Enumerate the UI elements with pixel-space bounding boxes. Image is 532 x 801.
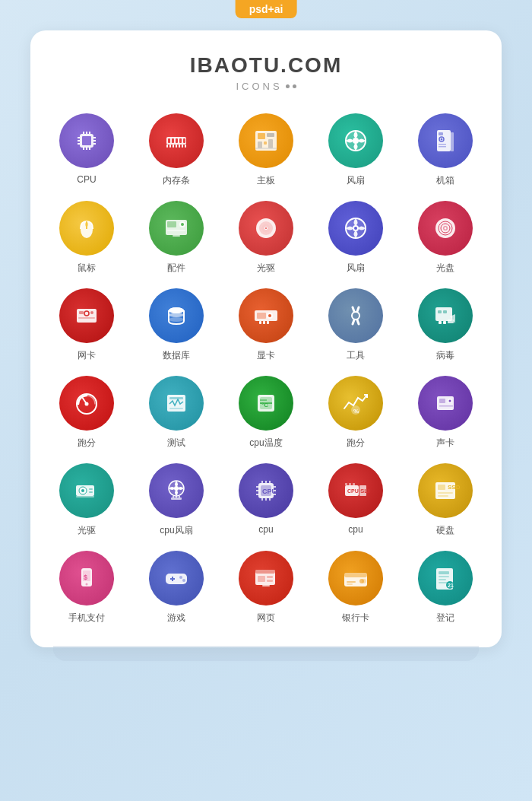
icon-circle-fan1 bbox=[328, 113, 383, 168]
icon-circle-cpufan bbox=[149, 463, 204, 518]
icon-label-soundcard: 声卡 bbox=[436, 437, 454, 450]
icon-label-cpu3: cpu bbox=[348, 524, 363, 535]
svg-rect-174 bbox=[439, 582, 448, 583]
icon-circle-game bbox=[149, 551, 204, 606]
svg-rect-80 bbox=[259, 321, 261, 324]
icon-label-fan1: 风扇 bbox=[347, 174, 365, 187]
icon-item-netcard: 网卡 bbox=[46, 288, 128, 362]
svg-rect-82 bbox=[267, 321, 269, 324]
svg-rect-16 bbox=[172, 138, 174, 143]
icon-circle-ssd: SSD bbox=[418, 463, 473, 518]
svg-rect-25 bbox=[182, 145, 183, 148]
svg-rect-171 bbox=[439, 571, 449, 574]
svg-rect-103 bbox=[437, 396, 454, 410]
svg-text:CPU: CPU bbox=[347, 488, 359, 494]
svg-point-40 bbox=[441, 138, 443, 141]
main-card: IBAOTU.COM ICONS CPU内存条主板风扇机箱鼠标配件光驱风扇光盘网… bbox=[30, 30, 502, 647]
svg-text:SLI: SLI bbox=[360, 488, 369, 494]
icon-item-chassis: 机箱 bbox=[404, 113, 486, 187]
icon-circle-tools bbox=[328, 288, 383, 343]
icon-circle-fan2 bbox=[328, 201, 383, 256]
svg-rect-97 bbox=[169, 408, 183, 409]
svg-rect-81 bbox=[263, 321, 265, 324]
icon-label-optical-drive2: 光驱 bbox=[78, 524, 96, 537]
icon-circle-bankcard bbox=[328, 551, 383, 606]
svg-rect-165 bbox=[344, 573, 367, 577]
svg-rect-28 bbox=[258, 133, 265, 139]
svg-point-79 bbox=[268, 314, 271, 317]
svg-point-67 bbox=[445, 227, 447, 230]
svg-point-111 bbox=[81, 489, 84, 492]
svg-rect-31 bbox=[264, 141, 267, 145]
svg-rect-161 bbox=[267, 576, 273, 578]
icon-label-netcard: 网卡 bbox=[78, 349, 96, 362]
icon-item-cpu: CPU bbox=[46, 113, 128, 187]
svg-rect-17 bbox=[176, 138, 178, 143]
svg-text:%: % bbox=[353, 408, 359, 415]
svg-point-94 bbox=[85, 402, 89, 406]
svg-rect-52 bbox=[173, 235, 180, 237]
icon-label-webpage: 网页 bbox=[257, 612, 275, 625]
icon-item-fan2: 风扇 bbox=[315, 201, 397, 275]
site-title: IBAOTU.COM bbox=[46, 53, 486, 78]
icon-label-benchmark2: 跑分 bbox=[347, 437, 365, 450]
svg-rect-20 bbox=[166, 145, 168, 148]
svg-text:$: $ bbox=[84, 574, 87, 581]
svg-rect-104 bbox=[439, 399, 445, 403]
svg-rect-48 bbox=[167, 221, 176, 227]
icon-label-ssd: 硬盘 bbox=[436, 524, 454, 537]
icon-circle-benchmark2: % bbox=[328, 376, 383, 431]
svg-rect-69 bbox=[79, 311, 84, 314]
icon-item-motherboard: 主板 bbox=[225, 113, 307, 187]
icon-item-benchmark1: 跑分 bbox=[46, 376, 128, 450]
icon-circle-optical-drive2 bbox=[59, 463, 114, 518]
dot2 bbox=[293, 84, 296, 88]
icon-item-virus: 病毒 bbox=[404, 288, 486, 362]
icon-circle-test bbox=[149, 376, 204, 431]
icon-item-cputemp: °Ccpu温度 bbox=[225, 376, 307, 450]
icon-label-memory: 内存条 bbox=[163, 174, 190, 187]
icon-item-soundcard: 声卡 bbox=[404, 376, 486, 450]
svg-point-50 bbox=[181, 223, 184, 226]
svg-rect-91 bbox=[443, 310, 447, 313]
icon-label-fan2: 风扇 bbox=[347, 262, 365, 275]
icon-label-test: 测试 bbox=[167, 437, 185, 450]
svg-rect-26 bbox=[185, 145, 186, 148]
icon-item-optical-drive1: 光驱 bbox=[225, 201, 307, 275]
svg-point-74 bbox=[169, 313, 184, 317]
svg-point-70 bbox=[90, 311, 93, 314]
icon-circle-gpu bbox=[239, 288, 293, 343]
svg-rect-142 bbox=[349, 483, 351, 485]
icon-circle-chassis bbox=[418, 113, 473, 168]
icon-circle-webpage bbox=[239, 551, 293, 606]
icon-circle-virus bbox=[418, 288, 473, 343]
icon-circle-memory bbox=[149, 113, 204, 168]
icon-item-cpufan: cpu风扇 bbox=[135, 463, 217, 537]
svg-rect-107 bbox=[439, 405, 453, 407]
svg-rect-43 bbox=[451, 132, 454, 151]
svg-point-75 bbox=[169, 317, 184, 322]
icon-circle-soundcard bbox=[418, 376, 473, 431]
icon-item-benchmark2: %跑分 bbox=[315, 376, 397, 450]
icon-item-ssd: SSD硬盘 bbox=[404, 463, 486, 537]
svg-rect-145 bbox=[438, 485, 445, 490]
icon-label-cpufan: cpu风扇 bbox=[160, 524, 192, 537]
svg-point-62 bbox=[354, 227, 357, 230]
icon-label-game: 游戏 bbox=[167, 612, 185, 625]
svg-text:21: 21 bbox=[448, 583, 454, 588]
svg-rect-153 bbox=[166, 574, 187, 584]
icon-label-cpu2: cpu bbox=[258, 524, 273, 535]
icon-label-disc: 光盘 bbox=[436, 262, 454, 275]
svg-rect-51 bbox=[167, 230, 185, 231]
icon-label-bankcard: 银行卡 bbox=[342, 612, 369, 625]
icon-label-benchmark1: 跑分 bbox=[78, 437, 96, 450]
svg-rect-90 bbox=[438, 310, 442, 313]
svg-rect-172 bbox=[439, 576, 449, 577]
svg-text:SSD: SSD bbox=[448, 484, 460, 491]
svg-rect-143 bbox=[353, 483, 355, 485]
icon-item-game: 游戏 bbox=[135, 551, 217, 625]
icon-circle-optical-drive1 bbox=[239, 201, 293, 256]
svg-rect-22 bbox=[173, 145, 174, 148]
svg-point-152 bbox=[86, 583, 88, 586]
svg-point-58 bbox=[265, 227, 267, 229]
